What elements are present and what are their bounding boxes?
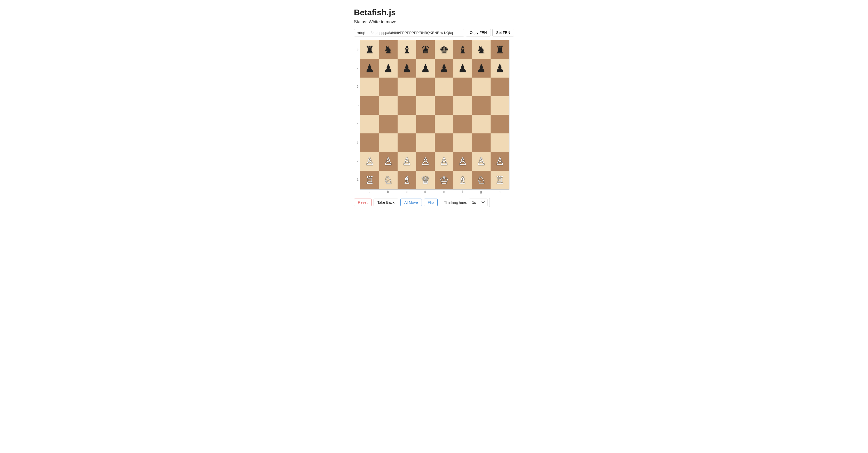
square-e6[interactable] bbox=[435, 78, 454, 96]
piece-c8[interactable]: ♝ bbox=[399, 42, 414, 57]
square-c2[interactable]: ♙ bbox=[398, 152, 416, 171]
square-d3[interactable] bbox=[416, 134, 435, 152]
square-b4[interactable] bbox=[379, 115, 398, 134]
square-c4[interactable] bbox=[398, 115, 416, 134]
square-a7[interactable]: ♟ bbox=[361, 59, 379, 78]
square-a8[interactable]: ♜ bbox=[361, 40, 379, 59]
thinking-time-select[interactable]: 0.1s 0.5s 1s 2s 5s 10s bbox=[469, 199, 488, 206]
aimove-button[interactable]: AI Move bbox=[400, 199, 422, 206]
piece-f1[interactable]: ♗ bbox=[455, 172, 470, 188]
piece-e7[interactable]: ♟ bbox=[436, 60, 452, 76]
piece-c2[interactable]: ♙ bbox=[399, 153, 414, 169]
square-a6[interactable] bbox=[361, 78, 379, 96]
square-b5[interactable] bbox=[379, 96, 398, 115]
square-b6[interactable] bbox=[379, 78, 398, 96]
square-h7[interactable]: ♟ bbox=[491, 59, 509, 78]
square-d5[interactable] bbox=[416, 96, 435, 115]
piece-c1[interactable]: ♗ bbox=[399, 172, 414, 188]
piece-h7[interactable]: ♟ bbox=[492, 60, 507, 76]
copy-fen-button[interactable]: Copy FEN bbox=[466, 29, 491, 36]
piece-d2[interactable]: ♙ bbox=[418, 153, 433, 169]
square-g3[interactable] bbox=[472, 134, 491, 152]
reset-button[interactable]: Reset bbox=[354, 199, 371, 206]
square-e3[interactable] bbox=[435, 134, 454, 152]
square-e5[interactable] bbox=[435, 96, 454, 115]
square-a1[interactable]: ♖ bbox=[361, 171, 379, 189]
square-h5[interactable] bbox=[491, 96, 509, 115]
set-fen-button[interactable]: Set FEN bbox=[492, 29, 514, 36]
piece-g8[interactable]: ♞ bbox=[473, 42, 489, 57]
flip-button[interactable]: Flip bbox=[424, 199, 438, 206]
piece-d8[interactable]: ♛ bbox=[418, 42, 433, 57]
square-f6[interactable] bbox=[454, 78, 472, 96]
piece-f8[interactable]: ♝ bbox=[455, 42, 470, 57]
square-g4[interactable] bbox=[472, 115, 491, 134]
piece-h2[interactable]: ♙ bbox=[492, 153, 507, 169]
square-g8[interactable]: ♞ bbox=[472, 40, 491, 59]
square-e7[interactable]: ♟ bbox=[435, 59, 454, 78]
square-f7[interactable]: ♟ bbox=[454, 59, 472, 78]
piece-b2[interactable]: ♙ bbox=[380, 153, 396, 169]
square-c1[interactable]: ♗ bbox=[398, 171, 416, 189]
piece-a7[interactable]: ♟ bbox=[362, 60, 377, 76]
piece-g2[interactable]: ♙ bbox=[473, 153, 489, 169]
square-f3[interactable] bbox=[454, 134, 472, 152]
square-d8[interactable]: ♛ bbox=[416, 40, 435, 59]
square-h2[interactable]: ♙ bbox=[491, 152, 509, 171]
square-c6[interactable] bbox=[398, 78, 416, 96]
piece-f2[interactable]: ♙ bbox=[455, 153, 470, 169]
square-e1[interactable]: ♔ bbox=[435, 171, 454, 189]
chess-board[interactable]: ♜♞♝♛♚♝♞♜♟♟♟♟♟♟♟♟♙♙♙♙♙♙♙♙♖♘♗♕♔♗♘♖ bbox=[360, 40, 509, 190]
piece-g1[interactable]: ♘ bbox=[473, 172, 489, 188]
piece-h1[interactable]: ♖ bbox=[492, 172, 507, 188]
piece-d7[interactable]: ♟ bbox=[418, 60, 433, 76]
square-f5[interactable] bbox=[454, 96, 472, 115]
square-f1[interactable]: ♗ bbox=[454, 171, 472, 189]
fen-input[interactable] bbox=[354, 29, 464, 36]
square-b7[interactable]: ♟ bbox=[379, 59, 398, 78]
square-g7[interactable]: ♟ bbox=[472, 59, 491, 78]
piece-e1[interactable]: ♔ bbox=[436, 172, 452, 188]
square-g6[interactable] bbox=[472, 78, 491, 96]
piece-h8[interactable]: ♜ bbox=[492, 42, 507, 57]
square-g5[interactable] bbox=[472, 96, 491, 115]
piece-b7[interactable]: ♟ bbox=[380, 60, 396, 76]
square-g2[interactable]: ♙ bbox=[472, 152, 491, 171]
square-f4[interactable] bbox=[454, 115, 472, 134]
piece-d1[interactable]: ♕ bbox=[418, 172, 433, 188]
square-h6[interactable] bbox=[491, 78, 509, 96]
piece-f7[interactable]: ♟ bbox=[455, 60, 470, 76]
square-e8[interactable]: ♚ bbox=[435, 40, 454, 59]
piece-a2[interactable]: ♙ bbox=[362, 153, 377, 169]
piece-a8[interactable]: ♜ bbox=[362, 42, 377, 57]
piece-g7[interactable]: ♟ bbox=[473, 60, 489, 76]
square-h3[interactable] bbox=[491, 134, 509, 152]
piece-a1[interactable]: ♖ bbox=[362, 172, 377, 188]
square-e4[interactable] bbox=[435, 115, 454, 134]
square-h4[interactable] bbox=[491, 115, 509, 134]
square-d2[interactable]: ♙ bbox=[416, 152, 435, 171]
square-a2[interactable]: ♙ bbox=[361, 152, 379, 171]
square-b2[interactable]: ♙ bbox=[379, 152, 398, 171]
square-c5[interactable] bbox=[398, 96, 416, 115]
square-d6[interactable] bbox=[416, 78, 435, 96]
square-b3[interactable] bbox=[379, 134, 398, 152]
square-e2[interactable]: ♙ bbox=[435, 152, 454, 171]
piece-e8[interactable]: ♚ bbox=[436, 42, 452, 57]
square-f2[interactable]: ♙ bbox=[454, 152, 472, 171]
square-d7[interactable]: ♟ bbox=[416, 59, 435, 78]
square-f8[interactable]: ♝ bbox=[454, 40, 472, 59]
square-a4[interactable] bbox=[361, 115, 379, 134]
piece-b8[interactable]: ♞ bbox=[380, 42, 396, 57]
piece-c7[interactable]: ♟ bbox=[399, 60, 414, 76]
square-a5[interactable] bbox=[361, 96, 379, 115]
piece-b1[interactable]: ♘ bbox=[380, 172, 396, 188]
square-d1[interactable]: ♕ bbox=[416, 171, 435, 189]
square-c3[interactable] bbox=[398, 134, 416, 152]
square-c7[interactable]: ♟ bbox=[398, 59, 416, 78]
piece-e2[interactable]: ♙ bbox=[436, 153, 452, 169]
square-g1[interactable]: ♘ bbox=[472, 171, 491, 189]
takeback-button[interactable]: Take Back bbox=[374, 199, 398, 206]
square-h8[interactable]: ♜ bbox=[491, 40, 509, 59]
square-a3[interactable] bbox=[361, 134, 379, 152]
